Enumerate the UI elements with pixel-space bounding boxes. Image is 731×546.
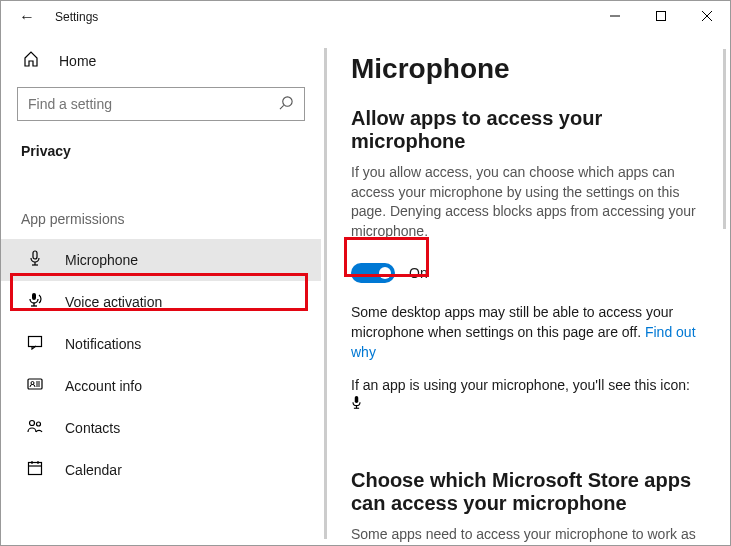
sidebar-item-label: Account info: [65, 378, 142, 394]
account-icon: [25, 376, 45, 396]
sidebar-item-microphone[interactable]: Microphone: [1, 239, 321, 281]
sidebar-item-account[interactable]: Account info: [1, 365, 321, 407]
section-title: Privacy: [1, 133, 321, 177]
voice-icon: [25, 292, 45, 312]
home-icon: [21, 51, 41, 71]
svg-point-4: [283, 97, 292, 106]
nav-list: MicrophoneVoice activationNotificationsA…: [1, 239, 321, 491]
svg-point-18: [30, 421, 35, 426]
allow-heading: Allow apps to access your microphone: [351, 107, 700, 153]
allow-description: If you allow access, you can choose whic…: [351, 163, 700, 241]
contacts-icon: [25, 418, 45, 438]
group-label: App permissions: [1, 177, 321, 239]
svg-line-5: [280, 105, 284, 109]
page-heading: Microphone: [351, 53, 700, 85]
svg-rect-9: [32, 293, 36, 300]
search-field[interactable]: [28, 96, 279, 112]
search-icon: [279, 95, 294, 113]
sidebar-item-label: Microphone: [65, 252, 138, 268]
home-label: Home: [59, 53, 96, 69]
sidebar-item-voice[interactable]: Voice activation: [1, 281, 321, 323]
sidebar-item-label: Contacts: [65, 420, 120, 436]
using-note: If an app is using your microphone, you'…: [351, 376, 700, 415]
allow-access-toggle[interactable]: [351, 263, 395, 283]
sidebar: Home Privacy App permissions MicrophoneV…: [1, 33, 321, 545]
sidebar-scrollbar[interactable]: [324, 48, 327, 539]
svg-rect-6: [33, 251, 37, 259]
sidebar-item-label: Notifications: [65, 336, 141, 352]
toggle-knob: [379, 267, 391, 279]
microphone-icon: [25, 250, 45, 270]
minimize-button[interactable]: [592, 1, 638, 31]
content-area: Microphone Allow apps to access your mic…: [321, 33, 730, 545]
sidebar-item-contacts[interactable]: Contacts: [1, 407, 321, 449]
store-heading: Choose which Microsoft Store apps can ac…: [351, 469, 700, 515]
sidebar-item-label: Voice activation: [65, 294, 162, 310]
notifications-icon: [25, 334, 45, 354]
svg-point-19: [37, 422, 41, 426]
calendar-icon: [25, 460, 45, 480]
sidebar-item-label: Calendar: [65, 462, 122, 478]
search-input[interactable]: [17, 87, 305, 121]
svg-rect-20: [29, 463, 42, 475]
maximize-button[interactable]: [638, 1, 684, 31]
store-description: Some apps need to access your microphone…: [351, 525, 700, 545]
window-title: Settings: [55, 10, 98, 24]
toggle-state-label: On: [409, 265, 428, 281]
svg-rect-12: [29, 337, 42, 347]
microphone-indicator-icon: [351, 397, 362, 413]
svg-rect-24: [355, 396, 359, 403]
svg-rect-1: [657, 12, 666, 21]
content-scrollbar[interactable]: [723, 49, 726, 229]
desktop-note: Some desktop apps may still be able to a…: [351, 303, 700, 362]
sidebar-item-calendar[interactable]: Calendar: [1, 449, 321, 491]
back-button[interactable]: ←: [19, 8, 39, 26]
sidebar-item-notifications[interactable]: Notifications: [1, 323, 321, 365]
close-button[interactable]: [684, 1, 730, 31]
home-nav[interactable]: Home: [1, 41, 321, 81]
